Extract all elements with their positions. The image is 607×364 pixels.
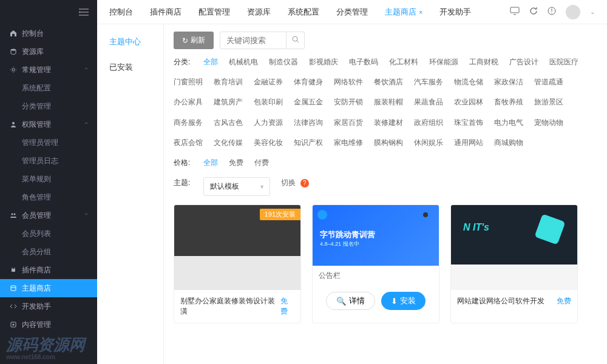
nav-tab[interactable]: 插件商店 [150,7,181,18]
sidebar-collapse[interactable] [0,0,97,24]
subnav-item[interactable]: 已安装 [97,55,163,80]
nav-tab[interactable]: 主题商店× [385,7,422,18]
search-input[interactable] [220,32,287,49]
sidebar-item[interactable]: 常规管理⌃ [0,61,97,79]
help-icon[interactable]: ? [300,179,309,187]
category-tag[interactable]: 珠宝首饰 [454,117,483,129]
sidebar-item[interactable]: 菜单规则 [0,170,97,188]
category-tag[interactable]: 教育培训 [214,76,243,88]
category-tag[interactable]: 法律咨询 [294,117,323,129]
sidebar-item[interactable]: 会员管理⌃ [0,206,97,224]
category-tag[interactable]: 通用网站 [454,137,483,149]
alert-icon[interactable] [548,7,556,17]
refresh-label: 刷新 [191,35,205,46]
nav-tab[interactable]: 控制台 [109,7,133,18]
category-tag[interactable]: 政府组织 [414,117,443,129]
nav-tab[interactable]: 开发助手 [439,7,471,18]
sidebar-item[interactable]: 插件商店 [0,261,97,279]
monitor-icon[interactable] [510,7,520,17]
category-tag[interactable]: 工商财税 [469,56,498,68]
category-tag[interactable]: 包装印刷 [254,96,283,108]
category-tag[interactable]: 体育健身 [294,76,323,88]
nav-tab[interactable]: 分类管理 [336,7,368,18]
category-tag[interactable]: 管道疏通 [534,76,563,88]
refresh-button[interactable]: ↻ 刷新 [174,32,214,49]
chevron-down-icon[interactable]: ⌄ [590,8,595,15]
avatar[interactable] [566,5,580,19]
sidebar-item[interactable]: 主题商店 [0,279,97,297]
category-tag[interactable]: 膜构钢构 [374,137,403,149]
theme-card[interactable]: 272次安装 N IT's 网站建设网络公司软件开发 免费 [450,204,578,323]
sidebar-item[interactable]: 会员列表 [0,224,97,243]
category-tag[interactable]: 办公家具 [174,96,203,108]
category-tag[interactable]: 影视婚庆 [309,56,338,68]
sidebar-item[interactable]: 会员分组 [0,243,97,261]
category-tag[interactable]: 装修建材 [374,117,403,129]
category-tag[interactable]: 商务服务 [174,117,203,129]
sidebar-item[interactable]: 开发助手 [0,297,97,315]
card-title: 网站建设网络公司软件开发 [457,296,544,306]
sidebar-item[interactable]: 管理员日志 [0,152,97,170]
sidebar-item[interactable]: 控制台 [0,24,97,42]
category-tag[interactable]: 人力资源 [254,117,283,129]
category-tag[interactable]: 制造仪器 [269,56,298,68]
refresh-icon[interactable] [529,7,538,17]
sidebar-item[interactable]: 权限管理⌃ [0,115,97,133]
category-tag[interactable]: 宠物动物 [534,117,563,129]
price-tag[interactable]: 付费 [254,157,269,169]
category-tag[interactable]: 汽车服务 [414,76,443,88]
category-tag[interactable]: 建筑房产 [214,96,243,108]
category-tag[interactable]: 家电维修 [334,137,363,149]
price-tag[interactable]: 免费 [229,157,243,169]
category-tag[interactable]: 畜牧养殖 [494,96,523,108]
category-tag[interactable]: 休闲娱乐 [414,137,443,149]
category-tag[interactable]: 服装鞋帽 [374,96,403,108]
category-tag[interactable]: 安防开锁 [334,96,363,108]
nav-tab[interactable]: 配置管理 [198,7,230,18]
subnav-item[interactable]: 主题中心 [97,29,163,55]
category-tag[interactable]: 金属五金 [294,96,323,108]
category-tag[interactable]: 网络软件 [334,76,363,88]
close-icon[interactable]: × [419,8,422,16]
nav-tab[interactable]: 资源库 [247,7,271,18]
theme-card[interactable]: 191次安装 别墅办公家庭装修装饰设计装潢 免费 [174,204,301,323]
category-tag[interactable]: 果蔬食品 [414,96,443,108]
category-tag[interactable]: 农业园林 [454,96,483,108]
category-tag[interactable]: 家政保洁 [494,76,523,88]
theme-card[interactable]: 130次安装 字节跳动青训营 4.8–4.21 报名中 公告栏 🔍 详情 ⬇ [312,204,439,323]
detail-button[interactable]: 🔍 详情 [326,292,375,310]
install-badge: 191次安装 [260,209,300,220]
sidebar-item[interactable]: 系统配置 [0,79,97,97]
category-tag[interactable]: 广告设计 [509,56,538,68]
category-tag[interactable]: 物流仓储 [454,76,483,88]
nav-tab[interactable]: 系统配置 [288,7,319,18]
sidebar-item[interactable]: 管理员管理 [0,133,97,152]
category-tag[interactable]: 全部 [203,56,218,68]
category-tag[interactable]: 机械机电 [229,56,258,68]
install-button[interactable]: ⬇ 安装 [381,292,426,310]
category-tag[interactable]: 化工材料 [389,56,418,68]
category-tag[interactable]: 商城购物 [494,137,523,149]
category-tag[interactable]: 金融证券 [254,76,283,88]
category-tag[interactable]: 古风古色 [214,117,243,129]
category-tag[interactable]: 环保能源 [429,56,458,68]
category-tag[interactable]: 电子数码 [349,56,378,68]
category-tag[interactable]: 知识产权 [294,137,323,149]
theme-select[interactable]: 默认模板 ▾ [203,177,270,196]
category-tag[interactable]: 电力电气 [494,117,523,129]
category-tag[interactable]: 家居百货 [334,117,363,129]
sidebar-item[interactable]: 分类管理 [0,97,97,115]
category-tag[interactable]: 美容化妆 [254,137,283,149]
sidebar-item[interactable]: 角色管理 [0,188,97,206]
sidebar-item[interactable]: 内容管理 [0,315,97,334]
sidebar-item[interactable]: 资源库 [0,42,97,61]
category-tag[interactable]: 夜店会馆 [174,137,203,149]
category-tag[interactable]: 门窗照明 [174,76,203,88]
category-tag[interactable]: 餐饮酒店 [374,76,403,88]
category-tag[interactable]: 文化传媒 [214,137,243,149]
switch-link[interactable]: 切换 ? [281,177,308,196]
search-button[interactable] [287,32,305,49]
category-tag[interactable]: 医院医疗 [549,56,578,68]
category-tag[interactable]: 旅游景区 [534,96,563,108]
price-tag[interactable]: 全部 [203,157,218,169]
